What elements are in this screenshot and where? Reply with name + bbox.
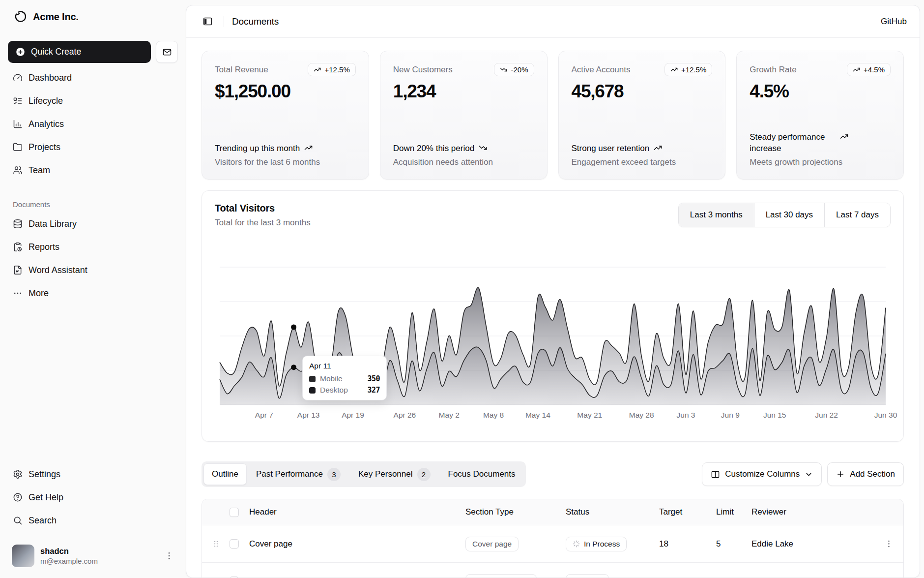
range-option-30-days[interactable]: Last 30 days — [754, 203, 824, 227]
row-checkbox[interactable] — [230, 539, 239, 548]
tab-outline[interactable]: Outline — [203, 463, 247, 485]
gear-icon — [13, 469, 23, 479]
customize-columns-button[interactable]: Customize Columns — [702, 462, 822, 486]
x-tick-label: Apr 7 — [255, 411, 273, 420]
reviewer-cell[interactable]: Eddie Lake — [751, 539, 870, 549]
x-tick-label: Apr 26 — [394, 411, 416, 420]
sidebar-item-reports[interactable]: Reports — [8, 237, 178, 257]
select-all-checkbox[interactable] — [230, 508, 239, 517]
x-tick-label: May 2 — [439, 411, 460, 420]
trend-badge: -20% — [494, 63, 534, 76]
user-menu[interactable]: shadcn m@example.com — [8, 538, 178, 574]
database-icon — [13, 219, 23, 229]
chart-plot-area[interactable]: Apr 7Apr 13Apr 19Apr 26May 2May 8May 14M… — [215, 242, 891, 428]
stat-footer-desc: Visitors for the last 6 months — [215, 157, 356, 167]
range-option-3-months[interactable]: Last 3 months — [679, 203, 754, 227]
sidebar-item-get-help[interactable]: Get Help — [8, 487, 178, 508]
tab-count-badge: 2 — [417, 468, 431, 481]
sidebar-item-more[interactable]: More — [8, 283, 178, 304]
row-menu-button[interactable] — [884, 539, 903, 548]
range-option-7-days[interactable]: Last 7 days — [824, 203, 890, 227]
stat-value: 1,234 — [393, 81, 534, 102]
target-cell[interactable]: 29 — [659, 577, 716, 578]
sidebar-item-lifecycle[interactable]: Lifecycle — [8, 91, 178, 111]
tab-key-personnel[interactable]: Key Personnel2 — [350, 463, 439, 485]
topbar: Documents GitHub — [186, 5, 920, 38]
trend-badge-value: +12.5% — [681, 65, 706, 74]
org-switcher[interactable]: Acme Inc. — [8, 6, 178, 28]
stat-footer-desc: Meets growth projections — [750, 157, 891, 167]
sidebar-item-projects[interactable]: Projects — [8, 137, 178, 157]
reviewer-cell[interactable]: Eddie Lake — [751, 577, 870, 578]
ellipsis-icon — [13, 288, 23, 298]
sidebar-item-analytics[interactable]: Analytics — [8, 114, 178, 134]
stat-value: 45,678 — [572, 81, 713, 102]
tooltip-date: Apr 11 — [309, 362, 380, 370]
tab-focus-documents[interactable]: Focus Documents — [440, 463, 524, 485]
sidebar-item-label: Dashboard — [29, 73, 72, 83]
sections-table: Header Section Type Status Target Limit … — [202, 499, 904, 578]
stat-footer-desc: Acquisition needs attention — [393, 157, 534, 167]
trending-up-icon — [853, 66, 860, 73]
help-circle-icon — [13, 492, 23, 502]
user-email: m@example.com — [40, 556, 98, 566]
quick-create-button[interactable]: Quick Create — [8, 41, 151, 63]
x-tick-label: Jun 3 — [677, 411, 695, 420]
tab-past-performance[interactable]: Past Performance3 — [248, 463, 349, 485]
x-tick-label: May 14 — [525, 411, 550, 420]
column-header: Target — [659, 507, 716, 517]
sidebar-item-dashboard[interactable]: Dashboard — [8, 67, 178, 88]
github-link[interactable]: GitHub — [881, 17, 907, 27]
avatar — [12, 545, 34, 567]
sidebar-item-label: Lifecycle — [29, 96, 63, 106]
trending-down-icon — [479, 144, 487, 152]
trending-up-icon — [654, 144, 662, 152]
search-icon — [13, 516, 23, 525]
limit-cell[interactable]: 5 — [716, 539, 751, 549]
sidebar-item-word-assistant[interactable]: Word Assistant — [8, 260, 178, 280]
sidebar-item-settings[interactable]: Settings — [8, 464, 178, 485]
x-tick-label: Jun 22 — [815, 411, 838, 420]
stat-label: New Customers — [393, 63, 453, 75]
list-todo-icon — [13, 96, 23, 106]
tooltip-label: Mobile — [320, 374, 343, 383]
trend-badge-value: -20% — [511, 65, 528, 74]
stat-footer-title: Steady performance increase — [750, 131, 836, 154]
sidebar-spacer — [8, 304, 178, 459]
drag-handle-icon[interactable] — [202, 539, 230, 548]
add-section-button[interactable]: Add Section — [827, 462, 904, 486]
ellipsis-vertical-icon — [164, 551, 174, 561]
stat-label: Total Revenue — [215, 63, 268, 75]
target-cell[interactable]: 18 — [659, 539, 716, 549]
trending-down-icon — [500, 66, 507, 73]
plus-icon — [836, 470, 845, 479]
sidebar-item-label: Settings — [29, 469, 60, 480]
page-title: Documents — [232, 16, 279, 27]
row-header-cell[interactable]: Cover page — [249, 539, 465, 549]
documents-section-label: Documents — [8, 200, 178, 209]
chart-heading: Total Visitors Total for the last 3 mont… — [215, 203, 311, 228]
sidebar-item-label: Team — [29, 165, 50, 176]
tooltip-row-desktop: Desktop 327 — [309, 386, 380, 395]
x-tick-label: May 28 — [629, 411, 654, 420]
row-header-cell[interactable]: Table of contents — [249, 577, 465, 578]
sidebar: Acme Inc. Quick Create Dashboard — [0, 0, 186, 578]
view-tabs: Outline Past Performance3 Key Personnel2… — [202, 461, 526, 487]
columns-icon — [711, 470, 720, 479]
limit-cell[interactable]: 24 — [716, 577, 751, 578]
org-name: Acme Inc. — [33, 11, 79, 23]
section-type-badge: Cover page — [465, 537, 519, 551]
table-toolbar: Outline Past Performance3 Key Personnel2… — [202, 461, 904, 487]
sidebar-item-team[interactable]: Team — [8, 160, 178, 181]
trend-badge-value: +4.5% — [864, 65, 885, 74]
sidebar-toggle-button[interactable] — [199, 13, 216, 30]
column-header: Reviewer — [751, 507, 870, 517]
gauge-icon — [13, 73, 23, 83]
table-header-row: Header Section Type Status Target Limit … — [202, 499, 903, 525]
main-area: Documents GitHub Total Revenue +12.5% — [186, 0, 924, 578]
inbox-button[interactable] — [156, 41, 178, 63]
sidebar-item-search[interactable]: Search — [8, 510, 178, 531]
trend-badge: +12.5% — [664, 63, 712, 76]
stat-value: 4.5% — [750, 81, 891, 102]
sidebar-item-data-library[interactable]: Data Library — [8, 213, 178, 234]
